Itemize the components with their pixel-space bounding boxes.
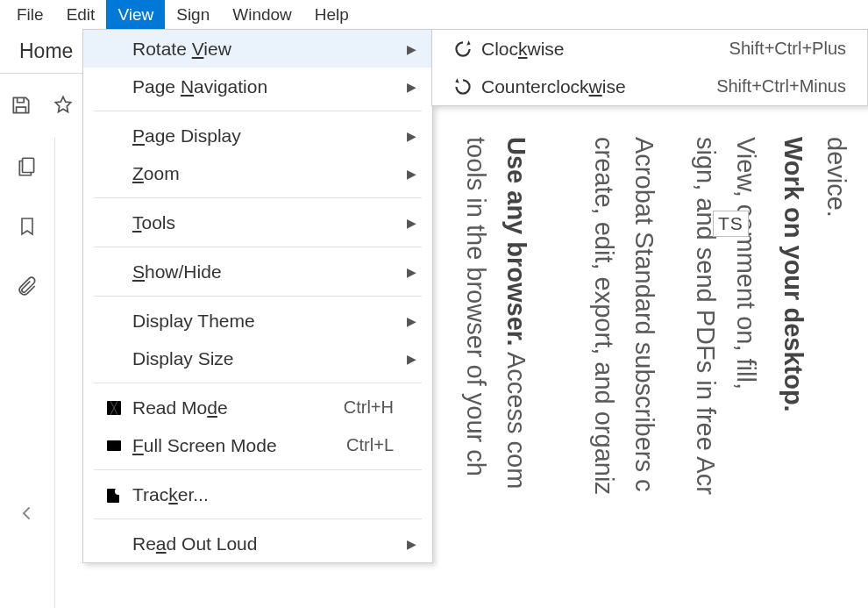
menuitem-tools[interactable]: Tools ▶ (83, 204, 432, 241)
bookmark-icon (17, 214, 38, 239)
menu-window[interactable]: Window (221, 0, 303, 29)
menuitem-tracker[interactable]: Tracker... (83, 476, 432, 513)
chevron-left-icon (21, 506, 33, 520)
menu-separator (94, 111, 422, 111)
text-cursor-box[interactable]: TS (713, 211, 749, 237)
full-screen-icon (96, 435, 132, 456)
svg-rect-2 (107, 440, 121, 451)
star-button[interactable] (42, 94, 84, 117)
menu-separator (94, 519, 422, 519)
menuitem-label: Page Display (132, 125, 402, 147)
menuitem-read-out-loud[interactable]: Read Out Loud ▶ (83, 525, 432, 562)
menuitem-accelerator: Shift+Ctrl+Minus (716, 76, 855, 97)
menuitem-label: Display Size (132, 348, 402, 369)
menuitem-label: Counterclockwise (481, 76, 716, 97)
menuitem-label: Tracker... (132, 484, 402, 505)
menuitem-label: Read Out Loud (132, 533, 402, 554)
menuitem-zoom[interactable]: Zoom ▶ (83, 154, 432, 192)
menuitem-rotate-view[interactable]: Rotate View ▶ (83, 30, 432, 68)
menuitem-display-size[interactable]: Display Size ▶ (83, 340, 432, 377)
submenu-arrow-icon: ▶ (402, 167, 420, 181)
menu-file[interactable]: File (5, 0, 55, 29)
menuitem-accelerator: Shift+Ctrl+Plus (729, 39, 855, 59)
bookmarks-button[interactable] (0, 197, 54, 256)
doc-text: View, comment on, fill, (728, 137, 765, 390)
menuitem-accelerator: Ctrl+L (346, 435, 402, 455)
menu-sign[interactable]: Sign (165, 0, 221, 29)
menu-separator (94, 296, 422, 297)
submenu-arrow-icon: ▶ (402, 216, 420, 230)
menuitem-page-navigation[interactable]: Page Navigation ▶ (83, 68, 432, 105)
submenu-arrow-icon: ▶ (402, 80, 420, 94)
menuitem-counterclockwise[interactable]: Counterclockwise Shift+Ctrl+Minus (432, 68, 867, 105)
submenu-arrow-icon: ▶ (402, 129, 420, 143)
menuitem-label: Tools (132, 212, 402, 233)
doc-text: sign, and send PDFs in free Acr (687, 137, 724, 495)
pages-icon (16, 154, 39, 179)
menuitem-page-display[interactable]: Page Display ▶ (83, 117, 432, 154)
thumbnails-button[interactable] (0, 137, 54, 197)
submenu-arrow-icon: ▶ (402, 537, 420, 551)
collapse-sidebar-button[interactable] (0, 506, 54, 520)
menu-separator (94, 247, 422, 247)
menubar: File Edit View Sign Window Help (0, 0, 868, 29)
doc-text: tools in the browser of your ch (458, 137, 494, 476)
menuitem-show-hide[interactable]: Show/Hide ▶ (83, 253, 432, 290)
menuitem-label: Page Navigation (132, 76, 402, 97)
submenu-arrow-icon: ▶ (402, 352, 420, 366)
save-button[interactable] (0, 94, 42, 117)
menu-separator (94, 197, 422, 198)
svg-point-4 (115, 488, 122, 495)
menuitem-read-mode[interactable]: Read Mode Ctrl+H (83, 389, 432, 426)
doc-text: Acrobat Standard subscribers c (626, 137, 663, 492)
rotate-clockwise-icon (445, 38, 481, 61)
menuitem-full-screen-mode[interactable]: Full Screen Mode Ctrl+L (83, 426, 432, 464)
menuitem-label: Show/Hide (132, 261, 402, 283)
menuitem-label: Display Theme (132, 311, 402, 332)
menuitem-clockwise[interactable]: Clockwise Shift+Ctrl+Plus (432, 30, 867, 68)
left-sidebar (0, 137, 54, 608)
view-menu-dropdown: Rotate View ▶ Page Navigation ▶ Page Dis… (82, 29, 433, 563)
menu-separator (94, 469, 422, 470)
menuitem-label: Read Mode (132, 397, 344, 418)
star-icon (52, 94, 75, 117)
doc-text: device. (818, 137, 855, 218)
tracker-icon (96, 484, 132, 505)
doc-text: Use any browser. Access com (498, 137, 535, 489)
rotate-view-submenu: Clockwise Shift+Ctrl+Plus Counterclockwi… (431, 29, 868, 106)
submenu-arrow-icon: ▶ (402, 265, 420, 279)
doc-text: create, edit, export, and organiz (586, 137, 623, 495)
menu-edit[interactable]: Edit (55, 0, 107, 29)
tab-home[interactable]: Home (0, 39, 92, 63)
menu-separator (94, 383, 422, 383)
menuitem-label: Rotate View (132, 39, 402, 60)
menuitem-display-theme[interactable]: Display Theme ▶ (83, 302, 432, 340)
menu-view[interactable]: View (106, 0, 165, 29)
save-icon (10, 94, 32, 117)
menuitem-label: Clockwise (481, 39, 729, 60)
svg-rect-0 (23, 158, 34, 172)
rotate-counterclockwise-icon (445, 75, 481, 98)
menu-help[interactable]: Help (303, 0, 360, 29)
doc-text: Work on your desktop. (775, 137, 812, 412)
submenu-arrow-icon: ▶ (402, 314, 420, 328)
menuitem-label: Zoom (132, 163, 402, 184)
submenu-arrow-icon: ▶ (402, 42, 420, 56)
attachments-button[interactable] (0, 256, 54, 316)
paperclip-icon (16, 274, 39, 298)
menuitem-accelerator: Ctrl+H (344, 397, 402, 418)
menuitem-label: Full Screen Mode (132, 435, 346, 456)
read-mode-icon (96, 397, 132, 418)
